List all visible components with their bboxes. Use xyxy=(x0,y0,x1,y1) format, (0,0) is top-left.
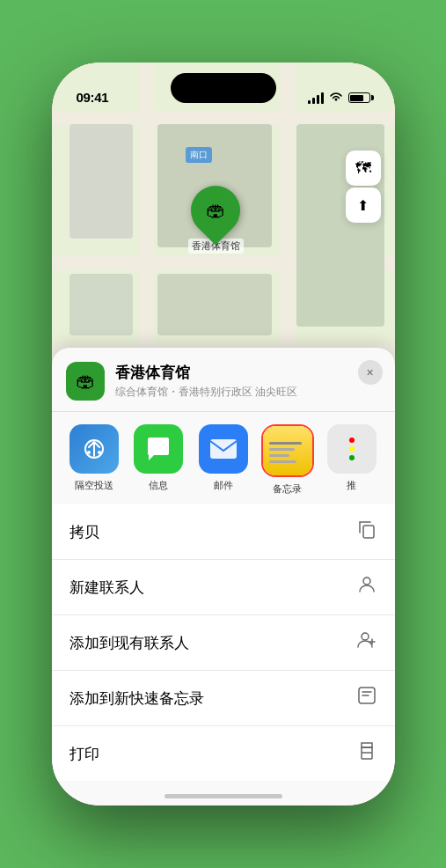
quick-note-label: 添加到新快速备忘录 xyxy=(69,688,204,709)
sheet-header: 🏟 香港体育馆 综合体育馆・香港特别行政区 油尖旺区 × xyxy=(52,348,395,412)
dynamic-island xyxy=(171,73,276,103)
messages-label: 信息 xyxy=(149,479,168,492)
map-controls: 🗺 ⬆ xyxy=(346,151,381,223)
mail-label: 邮件 xyxy=(214,479,233,492)
svg-point-6 xyxy=(362,633,369,640)
map-block-3 xyxy=(69,274,133,335)
svg-rect-3 xyxy=(210,439,237,459)
notes-icon xyxy=(263,426,312,475)
svg-rect-8 xyxy=(362,753,372,759)
more-icon xyxy=(327,424,377,474)
svg-point-1 xyxy=(87,451,91,454)
quick-note-icon xyxy=(356,685,377,711)
map-block-4 xyxy=(157,274,272,335)
phone-screen: 09:41 xyxy=(52,63,395,805)
new-contact-label: 新建联系人 xyxy=(69,577,144,598)
venue-description: 综合体育馆・香港特别行政区 油尖旺区 xyxy=(115,385,381,400)
notes-label: 备忘录 xyxy=(273,482,302,496)
signal-bars xyxy=(308,92,324,104)
venue-info: 香港体育馆 综合体育馆・香港特别行政区 油尖旺区 xyxy=(115,363,381,400)
signal-bar-4 xyxy=(321,92,324,104)
map-block-1 xyxy=(69,124,133,239)
messages-icon xyxy=(134,424,183,474)
venue-name: 香港体育馆 xyxy=(115,363,381,383)
copy-label: 拷贝 xyxy=(69,522,99,542)
venue-icon: 🏟 xyxy=(66,362,105,401)
stadium-marker[interactable]: 🏟 香港体育馆 xyxy=(188,186,244,254)
road-h1 xyxy=(52,111,395,125)
apps-row: 隔空投送 信息 xyxy=(52,412,395,504)
app-item-airdrop[interactable]: 隔空投送 xyxy=(62,424,127,492)
mail-icon xyxy=(199,424,248,474)
status-time: 09:41 xyxy=(77,90,109,105)
home-indicator xyxy=(165,794,282,798)
stadium-icon: 🏟 xyxy=(206,199,225,222)
location-arrow-icon: ⬆ xyxy=(357,197,369,214)
signal-bar-2 xyxy=(312,98,315,104)
app-item-notes[interactable]: 备忘录 xyxy=(255,424,319,496)
copy-icon xyxy=(356,519,377,545)
new-contact-icon xyxy=(356,574,377,600)
home-indicator-area xyxy=(52,781,395,805)
map-type-icon: 🗺 xyxy=(355,159,371,178)
action-list: 拷贝 新建联系人 xyxy=(52,504,395,781)
phone-frame: 09:41 xyxy=(52,63,395,805)
add-existing-label: 添加到现有联系人 xyxy=(69,633,189,653)
bottom-sheet: 🏟 香港体育馆 综合体育馆・香港特别行政区 油尖旺区 × xyxy=(52,348,395,805)
marker-pin: 🏟 xyxy=(180,175,250,245)
svg-point-2 xyxy=(98,451,101,454)
print-icon xyxy=(356,740,377,767)
action-quick-note[interactable]: 添加到新快速备忘录 xyxy=(52,671,395,726)
signal-bar-1 xyxy=(308,100,311,104)
battery-icon xyxy=(348,92,370,103)
close-button[interactable]: × xyxy=(358,360,383,385)
svg-point-5 xyxy=(363,577,370,585)
add-contact-icon xyxy=(356,629,377,656)
print-label: 打印 xyxy=(69,744,99,764)
app-item-more[interactable]: 推 xyxy=(319,424,384,492)
more-label: 推 xyxy=(347,479,356,492)
wifi-icon xyxy=(329,91,343,105)
action-copy[interactable]: 拷贝 xyxy=(52,504,395,560)
app-item-mail[interactable]: 邮件 xyxy=(191,424,255,492)
location-button[interactable]: ⬆ xyxy=(346,188,381,223)
svg-rect-4 xyxy=(363,526,374,538)
app-item-messages[interactable]: 信息 xyxy=(127,424,191,492)
action-new-contact[interactable]: 新建联系人 xyxy=(52,560,395,615)
action-print[interactable]: 打印 xyxy=(52,726,395,781)
more-dots xyxy=(349,438,355,460)
action-add-to-existing[interactable]: 添加到现有联系人 xyxy=(52,615,395,671)
signal-bar-3 xyxy=(317,95,319,104)
map-north-label: 南口 xyxy=(186,147,212,163)
status-icons xyxy=(308,91,370,105)
airdrop-label: 隔空投送 xyxy=(75,479,113,492)
airdrop-icon xyxy=(69,424,119,474)
map-type-button[interactable]: 🗺 xyxy=(346,151,381,186)
